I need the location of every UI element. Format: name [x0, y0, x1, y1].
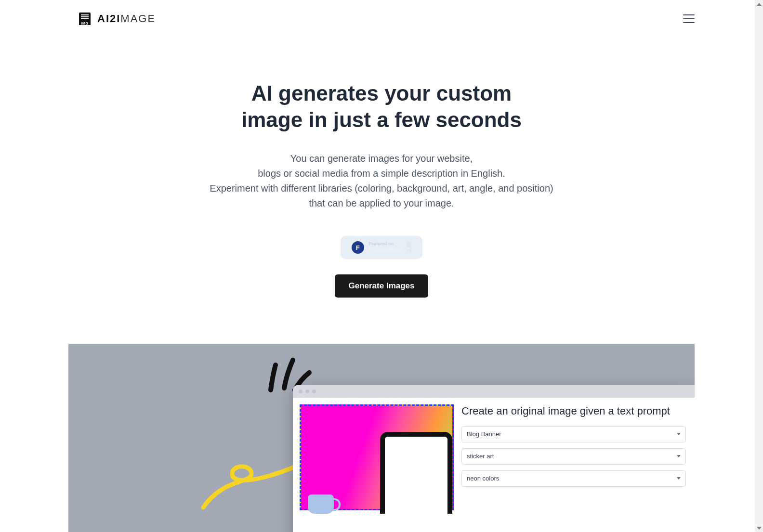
chevron-down-icon [757, 527, 762, 530]
hero-sub-line3: Experiment with different libraries (col… [210, 183, 553, 194]
bookmark-icon [407, 242, 411, 247]
window-dot-icon [312, 389, 316, 393]
hero-title: AI generates your custom image in just a… [68, 80, 695, 133]
demo-select-value: sticker art [467, 453, 494, 460]
badge-count: 71 [407, 242, 411, 253]
showcase-section: Create an original image given a text pr… [68, 344, 695, 532]
hero-sub-line2: blogs or social media from a simple desc… [258, 168, 505, 179]
brand-name: AI2IMAGE [97, 13, 156, 25]
badge-count-value: 71 [407, 248, 411, 253]
featured-badge[interactable]: F Featured on Futurepedia 71 [341, 236, 422, 259]
site-header: AI2IMAGE [68, 0, 695, 38]
badge-name: Futurepedia [369, 247, 402, 253]
chevron-down-icon [677, 477, 681, 480]
menu-icon[interactable] [683, 14, 695, 23]
generate-images-button[interactable]: Generate Images [335, 274, 428, 298]
hero-section: AI generates your custom image in just a… [68, 38, 695, 298]
brand-logo[interactable]: AI2IMAGE [79, 13, 156, 25]
demo-panel: Create an original image given a text pr… [461, 404, 689, 510]
scroll-down-button[interactable] [755, 524, 763, 532]
badge-logo-icon: F [352, 241, 364, 254]
window-dot-icon [305, 389, 309, 393]
brand-icon [79, 13, 91, 25]
scrollbar[interactable] [755, 0, 763, 532]
chevron-down-icon [677, 433, 681, 435]
hero-title-line2: image in just a few seconds [241, 108, 522, 131]
window-titlebar [293, 385, 695, 398]
chevron-up-icon [757, 3, 762, 6]
demo-select-type[interactable]: Blog Banner [461, 426, 686, 442]
image-preview [300, 404, 454, 510]
demo-select-color[interactable]: neon colors [461, 470, 686, 487]
scroll-up-button[interactable] [755, 0, 763, 8]
hero-sub-line1: You can generate images for your website… [290, 153, 473, 164]
demo-select-value: neon colors [467, 475, 499, 482]
demo-window: Create an original image given a text pr… [293, 385, 695, 532]
mug-graphic-icon [308, 494, 334, 514]
tablet-graphic-icon [380, 432, 452, 514]
brand-name-light: MAGE [120, 13, 156, 25]
demo-panel-title: Create an original image given a text pr… [461, 404, 686, 418]
brand-name-bold: AI2I [97, 13, 120, 25]
hero-sub-line4: that can be applied to your image. [309, 198, 454, 208]
demo-select-style[interactable]: sticker art [461, 448, 686, 465]
hero-title-line1: AI generates your custom [251, 81, 512, 105]
demo-select-value: Blog Banner [467, 430, 501, 438]
badge-text: Featured on Futurepedia [369, 242, 402, 253]
window-dot-icon [299, 389, 303, 393]
chevron-down-icon [677, 455, 681, 457]
hero-subtitle: You can generate images for your website… [68, 151, 695, 211]
